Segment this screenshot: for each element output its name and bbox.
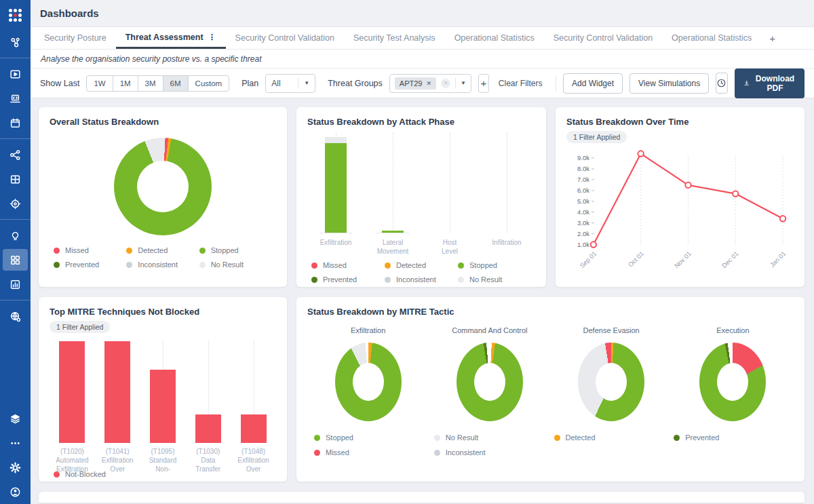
- legend-dot: [54, 262, 60, 268]
- tab-security-control-validation[interactable]: Security Control Validation: [544, 27, 662, 49]
- globe-icon: [9, 311, 21, 322]
- overall-status-donut-chart[interactable]: [114, 138, 212, 235]
- tab-operational-statistics[interactable]: Operational Statistics: [445, 27, 544, 49]
- tab-security-posture[interactable]: Security Posture: [35, 27, 116, 49]
- threat-groups-select[interactable]: APT29 ✕ ✕ ▼: [389, 74, 471, 93]
- insights-icon: [9, 230, 21, 241]
- sidebar-item-more[interactable]: [3, 432, 28, 454]
- account-icon: [9, 486, 21, 498]
- data-point[interactable]: [780, 216, 786, 221]
- data-point[interactable]: [591, 241, 596, 247]
- sidebar-item-layers[interactable]: [3, 408, 28, 429]
- sidebar-item-account[interactable]: [3, 481, 28, 503]
- threat-group-chip[interactable]: APT29 ✕: [395, 77, 436, 90]
- history-button[interactable]: [716, 73, 727, 94]
- y-tick-label: 4.0k: [577, 208, 589, 216]
- app-logo[interactable]: [0, 0, 31, 30]
- connections-icon: [9, 149, 21, 161]
- attack-phase-bar-chart[interactable]: ExfiltrationLateralMovementHostLevelInfi…: [307, 131, 535, 257]
- tab-bar: Security PostureThreat Assessment⋮Securi…: [31, 27, 814, 50]
- legend-dot: [554, 435, 560, 441]
- technique-bar[interactable]: [195, 414, 221, 443]
- tactic-donut-chart[interactable]: [335, 343, 402, 421]
- clear-selection-icon[interactable]: ✕: [441, 79, 450, 88]
- tactic-label: Defense Evasion: [583, 326, 640, 334]
- sidebar-item-globe[interactable]: [3, 305, 28, 327]
- tactic-donut-chart[interactable]: [457, 343, 523, 421]
- phase-column: LateralMovement: [364, 131, 421, 257]
- library-icon: [9, 69, 21, 80]
- filter-bar: Show Last 1W1M3M6MCustom Plan All ▼ Thre…: [31, 69, 814, 98]
- technique-column: [231, 341, 276, 443]
- data-point[interactable]: [685, 182, 691, 188]
- data-point[interactable]: [638, 151, 643, 156]
- tab-threat-assessment[interactable]: Threat Assessment⋮: [116, 27, 226, 49]
- chevron-down-icon: ▼: [304, 80, 309, 86]
- legend-item-stopped: Stopped: [458, 261, 531, 269]
- widget-title: Status Breakdown by Attack Phase: [307, 117, 535, 127]
- legend-item-missed: Not-Blocked: [54, 470, 272, 478]
- dashboard-content: Overall Status Breakdown MissedDetectedS…: [31, 98, 814, 504]
- logo-dot-grid: [9, 9, 22, 22]
- legend-label: Detected: [396, 261, 426, 269]
- sidebar-item-targets[interactable]: [3, 193, 28, 214]
- add-filter-button[interactable]: +: [478, 74, 489, 93]
- range-6m[interactable]: 6M: [163, 75, 189, 92]
- range-1m[interactable]: 1M: [113, 75, 138, 92]
- tab-security-control-validation[interactable]: Security Control Validation: [226, 27, 344, 49]
- tab-menu-icon[interactable]: ⋮: [208, 33, 216, 42]
- chip-remove-icon[interactable]: ✕: [426, 80, 431, 87]
- clear-filters-button[interactable]: Clear Filters: [499, 79, 543, 88]
- stacked-bar[interactable]: [325, 137, 347, 233]
- sidebar-item-insights[interactable]: [3, 225, 28, 246]
- donut-hole: [596, 363, 627, 401]
- y-tick-label: 6.0k: [577, 187, 589, 194]
- tab-security-test-analysis[interactable]: Security Test Analysis: [344, 27, 445, 49]
- widget-row-3: [39, 492, 805, 503]
- tactic-donut-chart[interactable]: [699, 343, 766, 421]
- divider: [556, 75, 556, 92]
- view-simulations-button[interactable]: View Simulations: [629, 73, 709, 94]
- techniques-bar-chart[interactable]: [50, 341, 276, 443]
- sidebar-item-integrations[interactable]: [3, 88, 28, 109]
- legend-item-inconsistent: Inconsistent: [385, 275, 458, 284]
- legend-dot: [385, 277, 391, 283]
- range-1w[interactable]: 1W: [86, 75, 113, 92]
- sidebar-divider: [0, 138, 31, 139]
- technique-bar[interactable]: [59, 341, 85, 443]
- main-column: Dashboards Security PostureThreat Assess…: [31, 0, 814, 504]
- data-point[interactable]: [733, 191, 738, 196]
- donut-hole: [137, 161, 189, 212]
- page-title: Dashboards: [40, 7, 99, 19]
- download-pdf-button[interactable]: Download PDF: [735, 69, 805, 98]
- sidebar-item-dashboards[interactable]: [3, 249, 28, 271]
- range-custom[interactable]: Custom: [188, 75, 230, 92]
- sidebar: [0, 0, 31, 504]
- sidebar-item-library[interactable]: [3, 63, 28, 85]
- status-legend: MissedDetectedStoppedPreventedInconsiste…: [307, 261, 535, 284]
- technique-bar[interactable]: [150, 370, 176, 443]
- legend-label: Inconsistent: [446, 448, 486, 457]
- settings-icon: [9, 462, 21, 473]
- legend-label: Detected: [566, 433, 596, 442]
- status-over-time-line-chart[interactable]: 9.0k8.0k7.0k6.0k5.0k4.0k3.0k2.0k1.0kSep …: [566, 143, 794, 279]
- range-3m[interactable]: 3M: [138, 75, 163, 92]
- sidebar-item-reports[interactable]: [3, 273, 28, 295]
- tactic-donut-chart[interactable]: [578, 343, 644, 421]
- tactic-label: Execution: [716, 326, 749, 334]
- technique-bar[interactable]: [241, 414, 267, 443]
- technique-column: [140, 341, 186, 443]
- sidebar-item-matrix[interactable]: [3, 168, 28, 190]
- plan-select[interactable]: All ▼: [265, 74, 315, 93]
- tab-operational-statistics[interactable]: Operational Statistics: [662, 27, 761, 49]
- legend-label: Stopped: [469, 261, 497, 269]
- sidebar-item-scenarios[interactable]: [3, 31, 28, 53]
- technique-bar[interactable]: [104, 341, 130, 443]
- sidebar-item-connections[interactable]: [3, 144, 28, 166]
- sidebar-item-scheduler[interactable]: [3, 112, 28, 134]
- add-tab-button[interactable]: +: [761, 27, 783, 49]
- add-widget-button[interactable]: Add Widget: [563, 73, 623, 94]
- y-tick-label: 2.0k: [577, 230, 589, 237]
- sidebar-item-settings[interactable]: [3, 457, 28, 478]
- legend-label: Missed: [323, 261, 347, 269]
